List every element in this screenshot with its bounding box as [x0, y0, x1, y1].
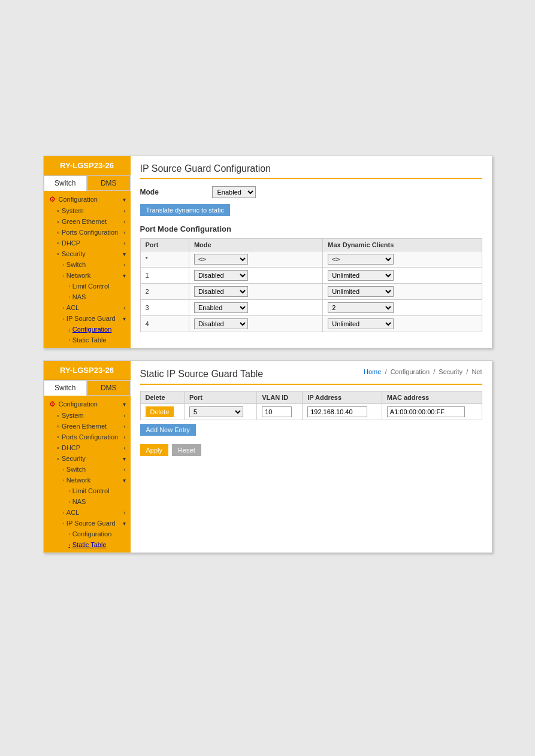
nav-config-arrow-2: ▾	[123, 401, 126, 408]
max-clients-select[interactable]: <>Unlimited01234	[328, 270, 394, 281]
nav-ipsg-config-2[interactable]: › Configuration	[44, 529, 131, 539]
tri-icon-6: ›	[63, 263, 64, 267]
sidebar-2: RY-LGSP23-26 Switch DMS ⚙ Configuration …	[44, 361, 131, 552]
breadcrumb-configuration: Configuration	[391, 368, 430, 375]
nav-ports-config-1[interactable]: » Ports Configuration ‹	[44, 227, 131, 238]
panel-static-ip-source-guard: RY-LGSP23-26 Switch DMS ⚙ Configuration …	[43, 360, 492, 553]
nav-green-ethernet-2[interactable]: » Green Ethernet ‹	[44, 421, 131, 432]
reset-btn[interactable]: Reset	[172, 444, 201, 456]
max-clients-select[interactable]: <>Unlimited01234	[328, 254, 394, 265]
section-title-portmode: Port Mode Configuration	[140, 224, 482, 233]
port-mode-select[interactable]: <>DisabledEnabled	[194, 318, 248, 329]
nav-ports-arrow: ‹	[123, 229, 125, 236]
nav-ipsg-static-1[interactable]: › Static Table	[44, 335, 131, 345]
mac-input[interactable]	[387, 406, 465, 417]
nav-ipsourceguard-1[interactable]: › IP Source Guard ▾	[44, 313, 131, 324]
nav-limit-control-2[interactable]: › Limit Control	[44, 485, 131, 496]
nav-system-2[interactable]: » System ‹	[44, 410, 131, 421]
cell-mode: <>DisabledEnabled	[189, 268, 322, 284]
nav-configuration-arrow-1: ▾	[123, 196, 126, 203]
col-macaddr: MAC address	[382, 391, 482, 404]
nav-switch-1[interactable]: › Switch ‹	[44, 259, 131, 270]
cell-max-clients: <>Unlimited01234	[323, 251, 482, 268]
nav-ipsg-config-1[interactable]: › Configuration	[44, 324, 131, 335]
nav-network-2[interactable]: › Network ▾	[44, 475, 131, 485]
tri-icon-8: ›	[69, 284, 70, 289]
mode-row: Mode Enabled Disabled	[140, 186, 482, 198]
delete-row-btn[interactable]: Delete	[146, 406, 174, 417]
tri-icon-9: ›	[69, 295, 70, 299]
nav-nas-2[interactable]: › NAS	[44, 496, 131, 507]
cell-max-clients: <>Unlimited01234	[323, 300, 482, 316]
col-max-clients: Max Dynamic Clients	[323, 239, 482, 251]
cell-port: 4	[140, 316, 189, 332]
breadcrumb-2: Home / Configuration / Security / Net	[364, 368, 482, 375]
sidebar-nav-1: ⚙ Configuration ▾ » System ‹ » Green Eth…	[44, 191, 131, 348]
nav-configuration-label-1: Configuration	[59, 196, 98, 203]
page-title-1: IP Source Guard Configuration	[140, 163, 482, 179]
nav-security-2[interactable]: » Security ▾	[44, 453, 131, 464]
nav-ports-config-2[interactable]: » Ports Configuration ‹	[44, 432, 131, 442]
nav-limit-control-1[interactable]: › Limit Control	[44, 281, 131, 292]
nav-nas-1[interactable]: › NAS	[44, 292, 131, 302]
cell-max-clients: <>Unlimited01234	[323, 316, 482, 332]
nav-system-1[interactable]: » System ‹	[44, 205, 131, 216]
cell-vlanid	[257, 404, 303, 420]
tab-dms-2[interactable]: DMS	[87, 380, 131, 396]
tri-icon-10: ›	[63, 306, 64, 310]
nav-system-arrow: ‹	[123, 208, 125, 214]
apply-btn[interactable]: Apply	[140, 444, 169, 456]
mode-select[interactable]: Enabled Disabled	[212, 186, 256, 198]
main-content-1: IP Source Guard Configuration Mode Enabl…	[131, 156, 492, 348]
nav-security-1[interactable]: » Security ▾	[44, 248, 131, 259]
nav-acl-1[interactable]: › ACL ‹	[44, 302, 131, 313]
tab-dms-1[interactable]: DMS	[87, 175, 131, 191]
nav-network-1[interactable]: › Network ▾	[44, 270, 131, 281]
static-port-select[interactable]: 1234567891011121314151617181920212223242…	[189, 406, 243, 417]
port-mode-select[interactable]: <>DisabledEnabled	[194, 286, 248, 297]
cell-max-clients: <>Unlimited01234	[323, 284, 482, 300]
translate-btn[interactable]: Translate dynamic to static	[140, 204, 230, 216]
add-new-entry-btn[interactable]: Add New Entry	[140, 424, 196, 436]
cell-delete: Delete	[140, 404, 184, 420]
nav-green-arrow: ‹	[123, 218, 125, 225]
port-mode-select[interactable]: <>DisabledEnabled	[194, 254, 248, 265]
table-row: 3<>DisabledEnabled<>Unlimited01234	[140, 300, 482, 316]
nav-dhcp-1[interactable]: » DHCP ‹	[44, 238, 131, 248]
col-delete: Delete	[140, 391, 184, 404]
tab-switch-2[interactable]: Switch	[44, 380, 87, 396]
nav-ipsourceguard-2[interactable]: › IP Source Guard ▾	[44, 518, 131, 529]
cell-ip	[303, 404, 382, 420]
table-row: 4<>DisabledEnabled<>Unlimited01234	[140, 316, 482, 332]
nav-green-ethernet-1[interactable]: » Green Ethernet ‹	[44, 216, 131, 227]
page-title-2: Static IP Source Guard Table	[140, 369, 264, 379]
col-vlanid: VLAN ID	[257, 391, 303, 404]
nav-acl-2[interactable]: › ACL ‹	[44, 507, 131, 518]
vlan-input[interactable]	[262, 406, 292, 417]
sidebar-1: RY-LGSP23-26 Switch DMS ⚙ Configuration …	[44, 156, 131, 348]
tab-switch-1[interactable]: Switch	[44, 175, 87, 191]
sidebar-nav-2: ⚙ Configuration ▾ » System ‹ » Green Eth…	[44, 396, 131, 552]
ip-input[interactable]	[307, 406, 367, 417]
nav-security-arrow: ▾	[123, 251, 126, 257]
port-mode-select[interactable]: <>DisabledEnabled	[194, 270, 248, 281]
max-clients-select[interactable]: <>Unlimited01234	[328, 302, 394, 313]
gear-icon: ⚙	[49, 195, 57, 204]
nav-switch-2[interactable]: › Switch ‹	[44, 464, 131, 475]
port-mode-table: Port Mode Max Dynamic Clients *<>Disable…	[140, 238, 482, 332]
nav-configuration-1[interactable]: ⚙ Configuration ▾	[44, 193, 131, 205]
nav-configuration-2[interactable]: ⚙ Configuration ▾	[44, 398, 131, 410]
breadcrumb-home[interactable]: Home	[364, 368, 381, 375]
tri-icon-5: »	[57, 251, 59, 257]
cell-mac	[382, 404, 482, 420]
mode-label: Mode	[140, 188, 212, 196]
max-clients-select[interactable]: <>Unlimited01234	[328, 286, 394, 297]
max-clients-select[interactable]: <>Unlimited01234	[328, 318, 394, 329]
port-mode-select[interactable]: <>DisabledEnabled	[194, 302, 248, 313]
nav-ipsg-static-2[interactable]: › Static Table	[44, 539, 131, 550]
cell-port: 1234567891011121314151617181920212223242…	[184, 404, 256, 420]
logo-1: RY-LGSP23-26	[44, 156, 131, 175]
cell-mode: <>DisabledEnabled	[189, 300, 322, 316]
nav-dhcp-2[interactable]: » DHCP ‹	[44, 442, 131, 453]
static-ip-table: Delete Port VLAN ID IP Address MAC addre…	[140, 391, 482, 420]
